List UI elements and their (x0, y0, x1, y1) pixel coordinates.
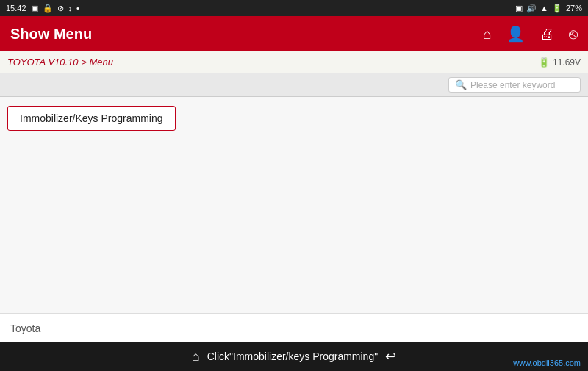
battery-voltage-icon: 🔋 (538, 57, 550, 68)
exit-icon[interactable]: ⎋ (569, 26, 578, 43)
bottom-back-icon: ↩ (385, 348, 396, 364)
app-bar-icons: ⌂ 👤 🖨 ⎋ (483, 25, 578, 43)
battery-pct: 27% (566, 4, 582, 12)
dot-icon: • (76, 4, 79, 12)
app-bar: Show Menu ⌂ 👤 🖨 ⎋ (0, 16, 588, 51)
search-placeholder: Please enter keyword (470, 80, 555, 90)
sim-icon: ▣ (31, 4, 38, 13)
voltage-value: 11.69V (553, 57, 581, 68)
bottom-bar: ⌂ Click"Immobilizer/keys Programming" ↩ … (0, 342, 588, 371)
breadcrumb-bar: TOYOTA V10.10 > Menu 🔋 11.69V (0, 51, 588, 73)
status-bar-left: 15:42 ▣ 🔒 ⊘ ↕ • (6, 4, 79, 13)
main-content-area: Immobilizer/Keys Programming (0, 97, 588, 314)
lock-icon: 🔒 (43, 4, 53, 13)
status-bar-right: ▣ 🔊 ▲ 🔋 27% (515, 4, 582, 13)
main-content: Immobilizer/Keys Programming (0, 97, 588, 314)
bottom-instruction: Click"Immobilizer/keys Programming" (207, 350, 378, 362)
search-icon: 🔍 (455, 79, 467, 90)
vol-icon: 🔊 (526, 4, 537, 13)
wifi-icon: ⊘ (57, 4, 64, 13)
bottom-home-icon: ⌂ (192, 349, 200, 364)
search-input-box[interactable]: 🔍 Please enter keyword (448, 77, 581, 93)
battery-icon: 🔋 (552, 4, 562, 13)
watermark: www.obdii365.com (513, 359, 581, 367)
data-icon: ↕ (68, 4, 73, 12)
app-bar-title: Show Menu (10, 26, 92, 43)
footer-brand: Toyota (0, 314, 588, 342)
signal-icon: ▲ (540, 4, 548, 12)
voltage-display: 🔋 11.69V (538, 57, 581, 68)
brand-label: Toyota (10, 323, 40, 334)
user-icon[interactable]: 👤 (506, 25, 525, 43)
screen: 15:42 ▣ 🔒 ⊘ ↕ • ▣ 🔊 ▲ 🔋 27% Show Menu ⌂ … (0, 0, 588, 371)
immobilizer-menu-item[interactable]: Immobilizer/Keys Programming (7, 106, 176, 131)
time-display: 15:42 (6, 4, 26, 12)
print-icon[interactable]: 🖨 (539, 26, 554, 43)
screen-icon: ▣ (515, 4, 523, 13)
home-icon[interactable]: ⌂ (483, 26, 492, 43)
status-bar: 15:42 ▣ 🔒 ⊘ ↕ • ▣ 🔊 ▲ 🔋 27% (0, 0, 588, 16)
breadcrumb-text: TOYOTA V10.10 > Menu (7, 57, 113, 68)
search-bar: 🔍 Please enter keyword (0, 73, 588, 97)
